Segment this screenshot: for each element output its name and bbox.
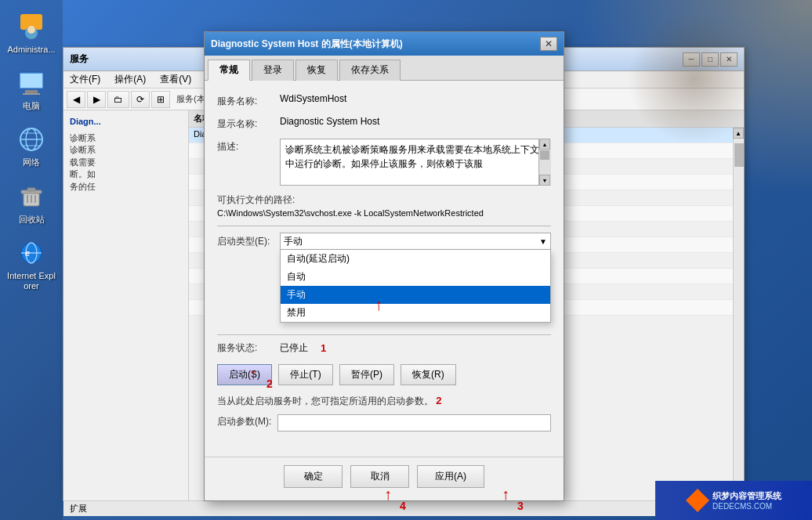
startup-current-value: 手动 [284, 235, 303, 248]
scroll-thumb [734, 143, 744, 167]
description-row: 描述: 诊断系统主机被诊断策略服务用来承载需要在本地系统上下文中运行的诊断。如果… [217, 139, 551, 186]
services-title: 服务 [70, 52, 89, 66]
tab-login[interactable]: 登录 [252, 60, 294, 81]
desktop: Administra... 电脑 [0, 0, 812, 520]
exec-path-label: 可执行文件的路径: [217, 193, 551, 207]
display-name-value: Diagnostic System Host [280, 116, 551, 127]
menu-view[interactable]: 查看(V) [157, 71, 194, 88]
dialog-title: Diagnostic System Host 的属性(本地计算机) [211, 38, 403, 51]
service-name-value: WdiSystemHost [280, 93, 551, 104]
forward-button[interactable]: ▶ [87, 91, 106, 108]
watermark-inner: 织梦内容管理系统 DEDECMS.COM [686, 489, 781, 512]
recycle-label: 回收站 [19, 215, 45, 225]
up-button[interactable]: 🗀 [107, 91, 129, 108]
administrator-label: Administra... [7, 45, 55, 55]
properties-dialog: Diagnostic System Host 的属性(本地计算机) ✕ 常规 登… [204, 31, 564, 501]
services-statusbar: 扩展 [63, 500, 744, 516]
dialog-titlebar: Diagnostic System Host 的属性(本地计算机) ✕ [205, 32, 564, 56]
divider2 [217, 334, 551, 335]
service-status-row: 服务状态: 已停止 1 [217, 341, 551, 355]
startup-dropdown-arrow: ▼ [539, 237, 547, 246]
desc-scrollbar[interactable]: ▲ ▼ [538, 139, 551, 186]
startup-select-display[interactable]: 手动 ▼ [280, 233, 551, 250]
dropdown-item-1[interactable]: 自动 [281, 268, 550, 286]
dialog-body: 服务名称: WdiSystemHost 显示名称: Diagnostic Sys… [205, 81, 564, 457]
svg-rect-5 [25, 90, 38, 93]
network-label: 网络 [23, 157, 40, 168]
annotation-number-1: 1 [321, 342, 326, 354]
service-status-label: 服务状态: [217, 341, 280, 355]
network-icon [16, 124, 47, 155]
startup-type-wrapper: 手动 ▼ 自动(延迟启动) 自动 手动 禁用 [280, 233, 551, 250]
administrator-icon [16, 11, 47, 42]
show-button[interactable]: ⊞ [151, 91, 170, 108]
cancel-button[interactable]: 取消 [350, 465, 409, 488]
services-panel-title: Diagn... [70, 117, 182, 126]
service-name-row: 服务名称: WdiSystemHost [217, 93, 551, 108]
start-button[interactable]: 启动(S) [217, 364, 272, 385]
ok-button[interactable]: 确定 [284, 465, 343, 488]
watermark-content: 织梦内容管理系统 DEDECMS.COM [686, 489, 781, 512]
svg-point-2 [27, 26, 35, 34]
desktop-icon-recycle[interactable]: 回收站 [4, 178, 59, 228]
menu-file[interactable]: 文件(F) [67, 71, 103, 88]
tab-recovery[interactable]: 恢复 [295, 60, 338, 81]
recycle-icon [16, 181, 47, 212]
exec-path-section: 可执行文件的路径: C:\Windows\System32\svchost.ex… [217, 193, 551, 218]
ie-label: Internet Explorer [7, 271, 56, 291]
restore-button[interactable]: 恢复(R) [401, 364, 456, 385]
desktop-icon-network[interactable]: 网络 [4, 121, 59, 171]
startup-dropdown: 自动(延迟启动) 自动 手动 禁用 [280, 250, 551, 323]
scroll-up[interactable]: ▲ [733, 128, 744, 139]
pause-button[interactable]: 暂停(P) [339, 364, 394, 385]
tab-dependencies[interactable]: 依存关系 [339, 60, 401, 81]
desc-scroll-up[interactable]: ▲ [539, 139, 550, 150]
service-name-label: 服务名称: [217, 93, 280, 108]
watermark-text: 织梦内容管理系统 DEDECMS.COM [712, 490, 781, 511]
minimize-button[interactable]: ─ [683, 52, 700, 67]
menu-action[interactable]: 操作(A) [111, 71, 149, 88]
startup-params-section: 当从此处启动服务时，您可指定所适用的启动参数。 2 启动参数(M): [217, 395, 551, 432]
startup-note: 当从此处启动服务时，您可指定所适用的启动参数。 2 [217, 395, 551, 408]
dropdown-item-0[interactable]: 自动(延迟启动) [281, 250, 550, 268]
maximize-button[interactable]: □ [701, 52, 719, 67]
description-box: 诊断系统主机被诊断策略服务用来承载需要在本地系统上下文中运行的诊断。如果停止该服… [280, 139, 551, 186]
dialog-close-button[interactable]: ✕ [540, 37, 557, 51]
desktop-icon-computer[interactable]: 电脑 [4, 64, 59, 114]
dialog-tabs: 常规 登录 恢复 依存关系 [205, 56, 564, 81]
svg-rect-4 [20, 74, 42, 88]
services-panel-desc: 诊断系诊断系载需要断。如务的任 [70, 132, 182, 193]
refresh-button[interactable]: ⟳ [131, 91, 150, 108]
display-name-row: 显示名称: Diagnostic System Host [217, 116, 551, 131]
back-button[interactable]: ◀ [67, 91, 85, 108]
startup-params-row: 启动参数(M): [217, 414, 551, 432]
watermark: 织梦内容管理系统 DEDECMS.COM [655, 481, 812, 520]
service-status-value: 已停止 [280, 341, 308, 355]
apply-button[interactable]: 应用(A) [417, 465, 484, 488]
stop-button[interactable]: 停止(T) [278, 364, 333, 385]
startup-params-label: 启动参数(M): [217, 415, 271, 428]
desc-scroll-down[interactable]: ▼ [539, 175, 550, 186]
close-button[interactable]: ✕ [720, 52, 738, 67]
desktop-icon-administrator[interactable]: Administra... [4, 8, 59, 58]
computer-label: 电脑 [23, 101, 40, 111]
desktop-icon-ie[interactable]: e Internet Explorer [4, 234, 59, 294]
action-buttons: 启动(S) 停止(T) 暂停(P) 恢复(R) [217, 364, 551, 385]
ie-icon: e [16, 237, 47, 269]
watermark-line2: DEDECMS.COM [712, 502, 781, 511]
svg-rect-14 [27, 188, 35, 191]
watermark-line1: 织梦内容管理系统 [712, 490, 781, 502]
dropdown-item-3[interactable]: 禁用 [281, 304, 550, 322]
startup-params-input[interactable] [277, 414, 551, 432]
svg-text:e: e [25, 248, 30, 258]
services-left-panel: Diagn... 诊断系诊断系载需要断。如务的任 [63, 110, 189, 500]
statusbar-text: 扩展 [70, 503, 87, 515]
watermark-icon [686, 489, 709, 512]
tab-general[interactable]: 常规 [208, 60, 250, 81]
description-container: 诊断系统主机被诊断策略服务用来承载需要在本地系统上下文中运行的诊断。如果停止该服… [280, 139, 551, 186]
svg-rect-6 [23, 93, 40, 95]
annotation-number-2: 2 [436, 395, 441, 406]
dropdown-item-2[interactable]: 手动 [281, 286, 550, 304]
description-text: 诊断系统主机被诊断策略服务用来承载需要在本地系统上下文中运行的诊断。如果停止该服… [285, 144, 539, 169]
scrollbar[interactable]: ▲ ▼ [733, 128, 744, 500]
